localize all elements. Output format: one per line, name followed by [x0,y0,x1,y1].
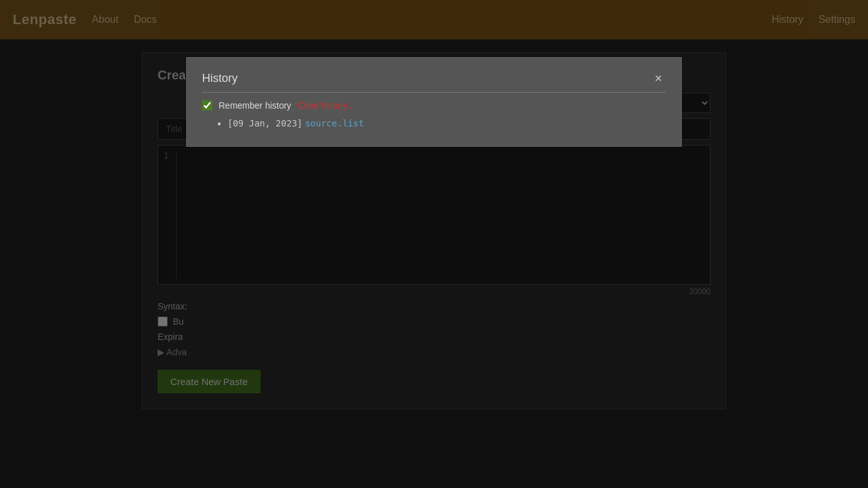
history-date: [09 Jan, 2023] [227,118,302,128]
modal-close-button[interactable]: × [651,71,666,86]
clear-history-link[interactable]: Clear history... [297,100,354,111]
remember-row: Remember history Clear history... [202,100,666,111]
remember-history-label: Remember history [219,100,291,111]
modal-overlay[interactable]: History × Remember history Clear history… [0,0,868,488]
page-wrapper: Crea Plain Text 1 20000 Syntax: Bu Expir… [0,39,868,488]
modal-title: History [202,72,238,85]
history-modal: History × Remember history Clear history… [186,57,682,147]
modal-header: History × [202,71,666,93]
remember-history-checkbox[interactable] [202,100,212,111]
history-item: [09 Jan, 2023] source.list [227,118,666,128]
history-link[interactable]: source.list [305,118,364,128]
history-list: [09 Jan, 2023] source.list [202,118,666,128]
